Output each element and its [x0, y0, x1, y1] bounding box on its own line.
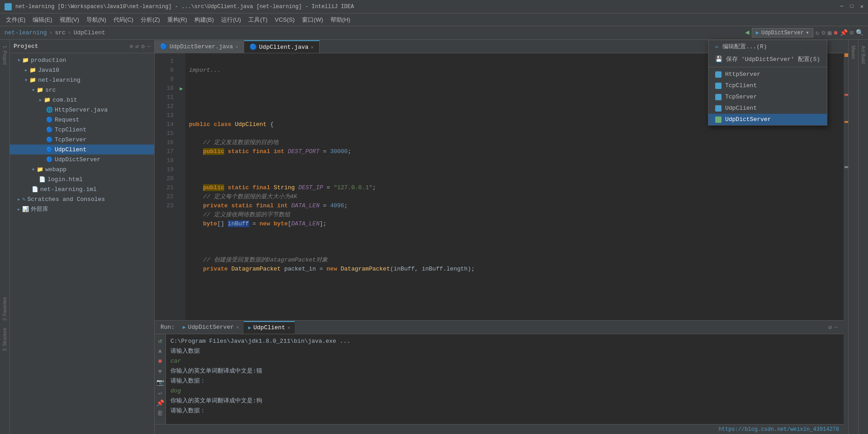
dropdown-httpserver[interactable]: HttpServer: [708, 69, 827, 80]
settings-icon[interactable]: ⚙: [828, 324, 832, 331]
clear-icon[interactable]: 🗑: [156, 409, 164, 417]
folder-icon6: 📁: [37, 166, 43, 173]
pin-tab-icon[interactable]: 📌: [156, 399, 164, 407]
sync-icon[interactable]: ⇄: [136, 43, 139, 50]
menu-window[interactable]: 窗口(W): [298, 15, 327, 25]
tree-item-loginhtml[interactable]: 📄 login.html: [10, 174, 154, 184]
dropdown-save-config[interactable]: 💾 保存 'UdpDictServer' 配置(S): [708, 53, 827, 65]
folder-expand-icon3: ▾: [24, 77, 28, 84]
menu-vcs[interactable]: VCS(S): [271, 15, 298, 24]
settings-icon[interactable]: ⚙: [141, 43, 145, 50]
run-config-dropdown[interactable]: ▶ UdpDictServer ▾: [752, 28, 813, 37]
dropdown-tcpserver[interactable]: TcpServer: [708, 91, 827, 103]
tree-item-scratches[interactable]: ▸ ✎ Scratches and Consoles: [10, 194, 154, 204]
menu-run[interactable]: 运行(U): [217, 15, 245, 25]
tree-item-tcpserver[interactable]: 🔵 TcpServer: [10, 135, 154, 145]
dropdown-udpclient[interactable]: UdpClient: [708, 103, 827, 114]
scroll-down-icon[interactable]: ▼: [156, 368, 164, 376]
minimize-button[interactable]: ─: [840, 3, 843, 10]
menu-refactor[interactable]: 重构(R): [164, 15, 191, 25]
stop-run-icon[interactable]: ■: [156, 357, 164, 365]
tab-close-udpclient[interactable]: ✕: [311, 44, 314, 50]
tree-item-iml[interactable]: 📄 net-learning.iml: [10, 184, 154, 194]
run-tab-close1[interactable]: ✕: [236, 324, 239, 330]
run-config-menu: ✏ 编辑配置...(R) 💾 保存 'UdpDictServer' 配置(S) …: [708, 40, 827, 126]
tree-item-udpdictserver[interactable]: 🔵 UdpDictServer: [10, 154, 154, 164]
soft-wrap-icon[interactable]: ↵: [156, 388, 164, 397]
java-file-icon: 🌐: [46, 107, 53, 113]
tree-item-src[interactable]: ▾ 📁 src: [10, 85, 154, 95]
output-line-5: 请输入数据：: [170, 376, 839, 386]
tab-run-udpclient[interactable]: ▶ UdpClient ✕: [244, 321, 295, 334]
run-config-name: UdpDictServer: [761, 30, 804, 36]
minimize-panel-icon[interactable]: —: [834, 324, 838, 331]
tree-item-java10[interactable]: ▸ 📁 Java10: [10, 65, 154, 75]
refresh-icon[interactable]: ↻: [816, 29, 819, 37]
tab-udpdictserver[interactable]: 🔵 UdpDictServer.java ✕: [155, 40, 244, 53]
editor-markers: [844, 40, 848, 434]
add-icon[interactable]: ⊕: [130, 43, 133, 50]
collapse-icon[interactable]: —: [147, 43, 151, 50]
dropdown-udpdictserver[interactable]: UdpDictServer: [708, 114, 827, 125]
tree-item-combit[interactable]: ▸ 📁 com.bit: [10, 95, 154, 105]
menu-analyze[interactable]: 分析(Z): [137, 15, 164, 25]
dropdown-tcpclient[interactable]: TcpClient: [708, 80, 827, 91]
bottom-content-area: ↺ ▲ ■ ▼ 📷 ↵ 📌 🗑 C:\Program Files\Java\jd…: [155, 334, 844, 424]
breadcrumb-project[interactable]: net-learning: [5, 29, 47, 36]
search-icon[interactable]: 🔍: [856, 29, 863, 37]
project-panel: Project ⊕ ⇄ ⚙ — ▾ 📁 production ▸ 📁 Java1…: [10, 40, 155, 434]
run-tab-close2[interactable]: ✕: [288, 325, 291, 331]
maven-label[interactable]: Maven: [850, 42, 857, 63]
status-url[interactable]: https://blog.csdn.net/weixin_43914278: [719, 426, 839, 433]
tab-udpclient[interactable]: 🔵 UdpClient.java ✕: [244, 40, 320, 53]
maximize-button[interactable]: □: [850, 3, 854, 10]
java-class-icon2: 🔵: [46, 126, 53, 133]
java-class-icon1: 🔵: [46, 117, 53, 123]
tree-item-webapp[interactable]: ▾ 📁 webapp: [10, 164, 154, 174]
camera-icon[interactable]: 📷: [156, 378, 164, 386]
expand-icon[interactable]: ⊞: [850, 29, 854, 37]
tree-item-external[interactable]: ▸ 📊 外部库: [10, 204, 154, 214]
menu-view[interactable]: 视图(V): [56, 15, 83, 25]
menu-build[interactable]: 构建(B): [191, 15, 217, 25]
bottom-tab-bar: Run: ▶ UdpDictServer ✕ ▶ UdpClient ✕ ⚙ —: [155, 321, 844, 334]
dropdown-edit-config[interactable]: ✏ 编辑配置...(R): [708, 40, 827, 53]
breadcrumb-file[interactable]: UdpClient: [74, 29, 105, 36]
coverage-icon[interactable]: ▦: [828, 29, 831, 37]
maven-bar: Maven: [848, 40, 858, 434]
menu-navigate[interactable]: 导航(N): [83, 15, 110, 25]
menu-help[interactable]: 帮助(H): [327, 15, 354, 25]
tree-item-net-learning[interactable]: ▾ 📁 net-learning: [10, 75, 154, 85]
breadcrumb-src[interactable]: src: [55, 29, 65, 36]
tree-item-request[interactable]: 🔵 Request: [10, 115, 154, 125]
tab-close-udpdictserver[interactable]: ✕: [235, 44, 238, 50]
menu-tools[interactable]: 工具(T): [245, 15, 271, 25]
scroll-up-icon[interactable]: ▲: [156, 347, 164, 355]
tree-item-production[interactable]: ▾ 📁 production: [10, 55, 154, 65]
menu-file[interactable]: 文件(E): [2, 15, 29, 25]
sidebar-item-project[interactable]: 1: Project: [1, 42, 8, 68]
tree-item-udpclient[interactable]: 🔵 UdpClient: [10, 145, 154, 154]
favorites-label[interactable]: 2: Favorites: [1, 294, 8, 324]
ant-build-label[interactable]: Ant Build: [860, 42, 867, 67]
pin-icon[interactable]: 📌: [840, 29, 848, 37]
scratches-icon: ✎: [22, 196, 25, 203]
window-controls[interactable]: ─ □ ✕: [840, 3, 863, 10]
tree-item-httpserver[interactable]: 🌐 HttpServer.java: [10, 105, 154, 115]
run-label: Run:: [157, 324, 178, 331]
folder-icon: 📁: [22, 57, 29, 64]
menu-code[interactable]: 代码(C): [110, 15, 137, 25]
restart-icon[interactable]: ↺: [156, 336, 164, 345]
tab-run-udpdictserver[interactable]: ▶ UdpDictServer ✕: [178, 321, 244, 334]
structure-label[interactable]: 3: Structure: [1, 324, 8, 355]
tree-item-tcpclient[interactable]: 🔵 TcpClient: [10, 125, 154, 135]
tab-icon-udpdictserver: 🔵: [160, 43, 167, 50]
build-icon[interactable]: ⚙: [821, 29, 825, 37]
close-button[interactable]: ✕: [860, 3, 863, 10]
stop-icon[interactable]: ■: [834, 29, 837, 37]
tab-label-udpdictserver: UdpDictServer.java: [170, 43, 233, 50]
menu-edit[interactable]: 编辑(E): [29, 15, 56, 25]
output-line-4: 你输入的英文单词翻译成中文是:猫: [170, 366, 839, 376]
ant-bar: Ant Build: [858, 40, 868, 434]
navigate-back-icon[interactable]: ◄: [745, 29, 750, 37]
